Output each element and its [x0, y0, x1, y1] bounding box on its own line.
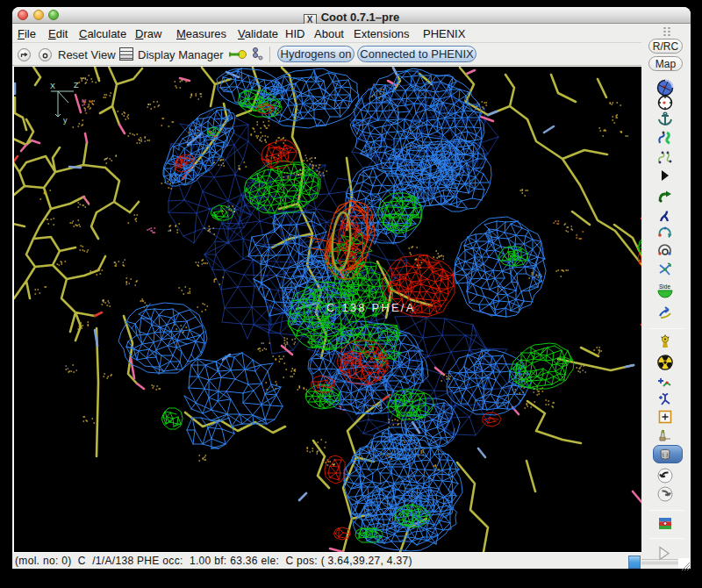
svg-text:Z: Z [74, 81, 79, 90]
svg-text:C 138 PHE/A: C 138 PHE/A [326, 301, 416, 314]
svg-text:Side: Side [659, 283, 670, 290]
svg-text:X: X [50, 82, 55, 90]
svg-text:y: y [63, 116, 68, 125]
